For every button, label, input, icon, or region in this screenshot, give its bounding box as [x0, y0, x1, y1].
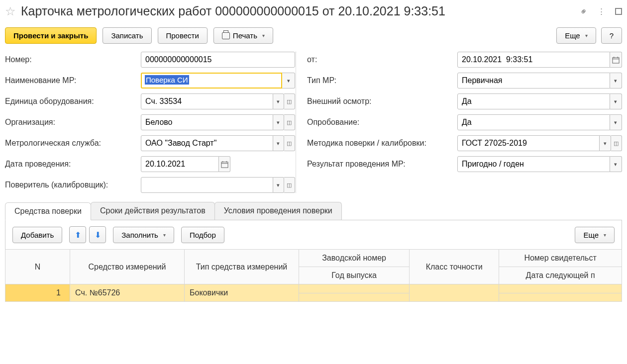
- post-button[interactable]: Провести: [158, 27, 208, 44]
- pick-button[interactable]: Подбор: [181, 227, 224, 243]
- link-icon[interactable]: ⚭: [577, 4, 590, 17]
- col-class: Класс точности: [410, 250, 499, 284]
- service-label: Метрологическая служба:: [5, 139, 137, 148]
- table-more-button[interactable]: Еще: [575, 227, 615, 243]
- inspect-label: Внешний осмотр:: [299, 97, 453, 106]
- method-field[interactable]: ▾◫: [457, 135, 622, 151]
- col-year: Год выпуска: [299, 267, 410, 284]
- equip-label: Единица оборудования:: [5, 97, 137, 106]
- print-button[interactable]: Печать: [213, 27, 273, 44]
- number-label: Номер:: [5, 55, 137, 64]
- type-mr-label: Тип МР:: [299, 76, 453, 85]
- name-mr-field[interactable]: Поверка СИ▾: [141, 73, 295, 89]
- date-from-label: от:: [299, 55, 453, 64]
- chevron-down-icon[interactable]: ▾: [273, 93, 284, 109]
- chevron-down-icon[interactable]: ▾: [273, 135, 284, 151]
- means-table[interactable]: N Средство измерений Тип средства измере…: [5, 249, 622, 302]
- col-next: Дата следующей п: [499, 267, 622, 284]
- org-field[interactable]: ▾◫: [141, 114, 295, 130]
- equip-field[interactable]: ▾◫: [141, 93, 295, 109]
- window-icon[interactable]: [615, 8, 622, 15]
- result-label: Результат проведения МР:: [299, 160, 453, 169]
- help-button[interactable]: ?: [601, 27, 622, 44]
- chevron-down-icon[interactable]: ▾: [600, 135, 611, 151]
- calendar-icon[interactable]: [219, 156, 230, 172]
- date-from-field[interactable]: [457, 52, 622, 68]
- org-label: Организация:: [5, 118, 137, 127]
- col-n: N: [5, 250, 70, 284]
- run-date-field[interactable]: [141, 156, 230, 172]
- fill-button[interactable]: Заполнить: [113, 227, 174, 243]
- chevron-down-icon[interactable]: ▾: [610, 114, 622, 130]
- open-icon[interactable]: ◫: [284, 135, 295, 151]
- tab-means[interactable]: Средства поверки: [5, 202, 91, 220]
- chevron-down-icon[interactable]: ▾: [273, 177, 284, 193]
- inspect-field[interactable]: ▾: [457, 93, 622, 109]
- open-icon[interactable]: ◫: [284, 93, 295, 109]
- col-item: Средство измерений: [70, 250, 185, 284]
- chevron-down-icon[interactable]: ▾: [610, 93, 622, 109]
- save-button[interactable]: Записать: [103, 27, 151, 44]
- move-down-button[interactable]: ⬇: [89, 226, 106, 243]
- service-field[interactable]: ▾◫: [141, 135, 295, 151]
- col-cert: Номер свидетельст: [499, 250, 622, 267]
- svg-rect-4: [221, 162, 228, 167]
- name-mr-label: Наименование МР:: [5, 76, 137, 85]
- tab-conditions[interactable]: Условия проведения поверки: [214, 202, 342, 220]
- chevron-down-icon[interactable]: ▾: [610, 73, 622, 89]
- result-field[interactable]: ▾: [457, 156, 622, 172]
- method-label: Методика поверки / калибровки:: [299, 139, 453, 148]
- run-date-label: Дата проведения:: [5, 160, 137, 169]
- open-icon[interactable]: ◫: [611, 135, 622, 151]
- verifier-label: Поверитель (калибровщик):: [5, 181, 137, 189]
- svg-rect-0: [613, 57, 619, 63]
- chevron-down-icon[interactable]: ▾: [273, 114, 284, 130]
- trial-field[interactable]: ▾: [457, 114, 622, 130]
- verifier-field[interactable]: ▾◫: [141, 177, 295, 193]
- move-up-button[interactable]: ⬆: [69, 226, 86, 243]
- favorite-star-icon[interactable]: ☆: [5, 4, 16, 18]
- number-field[interactable]: [141, 52, 295, 68]
- type-mr-field[interactable]: ▾: [457, 73, 622, 89]
- post-and-close-button[interactable]: Провести и закрыть: [5, 27, 97, 44]
- calendar-icon[interactable]: [610, 52, 622, 68]
- chevron-down-icon[interactable]: ▾: [610, 156, 622, 172]
- more-button[interactable]: Еще: [556, 27, 596, 44]
- page-title: Карточка метрологических работ 000000000…: [21, 4, 575, 18]
- tab-validity[interactable]: Сроки действия результатов: [91, 202, 215, 220]
- trial-label: Опробование:: [299, 118, 453, 127]
- form-divider: [296, 52, 296, 193]
- col-type: Тип средства измерений: [185, 250, 299, 284]
- kebab-menu-icon[interactable]: ⋮: [598, 7, 605, 16]
- add-button[interactable]: Добавить: [12, 227, 62, 243]
- open-icon[interactable]: ◫: [284, 114, 295, 130]
- open-icon[interactable]: ◫: [284, 177, 295, 193]
- col-serial: Заводской номер: [299, 250, 410, 267]
- table-row[interactable]: 1 Сч. №65726 Боковички: [5, 284, 622, 293]
- chevron-down-icon[interactable]: ▾: [282, 73, 295, 89]
- printer-icon: [222, 32, 230, 39]
